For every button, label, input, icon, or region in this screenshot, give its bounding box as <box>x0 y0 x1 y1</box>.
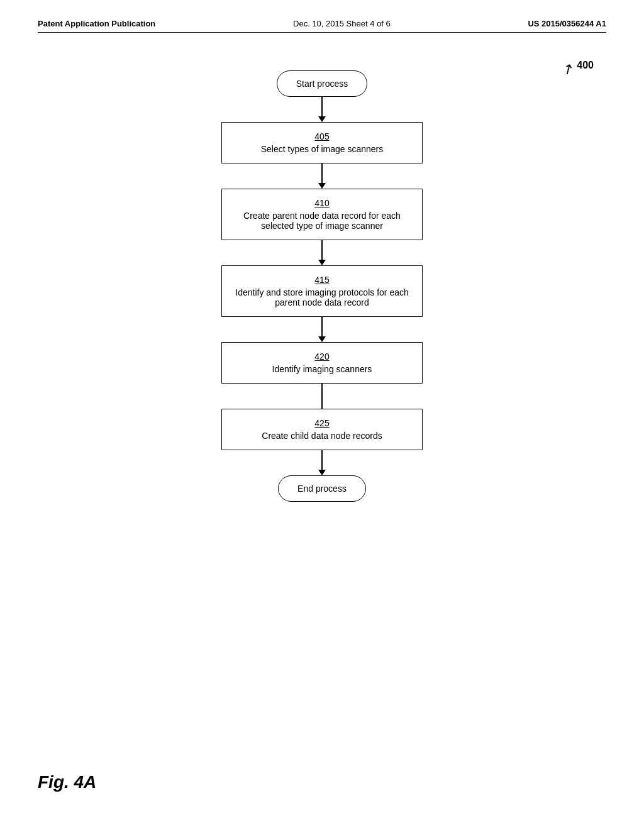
step-415-label: Identify and store imaging protocols for… <box>235 287 409 307</box>
step-420-node: 420 Identify imaging scanners <box>221 342 423 384</box>
end-process-label: End process <box>297 484 347 494</box>
step-415-node: 415 Identify and store imaging protocols… <box>221 265 423 317</box>
step-425-number: 425 <box>235 418 409 428</box>
start-process-label: Start process <box>296 79 348 89</box>
arrow-1 <box>318 97 326 122</box>
step-415-number: 415 <box>235 275 409 285</box>
arrow-head-1 <box>318 116 326 122</box>
arrow-4 <box>318 317 326 342</box>
arrow-line-6 <box>321 450 323 470</box>
arrow-line-5 <box>321 384 323 409</box>
arrow-line-1 <box>321 97 323 116</box>
diagram-number: 400 <box>577 60 594 71</box>
step-410-label: Create parent node data record for each … <box>243 211 401 231</box>
page-header: Patent Application Publication Dec. 10, … <box>38 19 606 33</box>
step-425-node: 425 Create child data node records <box>221 409 423 450</box>
step-405-label: Select types of image scanners <box>261 144 384 154</box>
step-410-node: 410 Create parent node data record for e… <box>221 189 423 240</box>
header-right: US 2015/0356244 A1 <box>528 19 606 28</box>
arrow-5 <box>321 384 323 409</box>
arrow-3 <box>318 240 326 265</box>
page: Patent Application Publication Dec. 10, … <box>0 0 644 830</box>
step-420-label: Identify imaging scanners <box>272 364 372 374</box>
flowchart: Start process 405 Select types of image … <box>38 70 606 502</box>
header-center: Dec. 10, 2015 Sheet 4 of 6 <box>293 19 391 28</box>
arrow-head-4 <box>318 336 326 342</box>
step-405-number: 405 <box>235 131 409 141</box>
arrow-head-2 <box>318 183 326 189</box>
arrow-line-4 <box>321 317 323 336</box>
arrow-head-6 <box>318 470 326 475</box>
arrow-2 <box>318 163 326 189</box>
figure-label: Fig. 4A <box>38 772 96 792</box>
arrow-line-2 <box>321 163 323 183</box>
step-420-number: 420 <box>235 351 409 362</box>
start-process-node: Start process <box>277 70 367 97</box>
end-process-node: End process <box>278 475 366 502</box>
step-410-number: 410 <box>235 198 409 208</box>
arrow-6 <box>318 450 326 475</box>
arrow-line-3 <box>321 240 323 260</box>
header-left: Patent Application Publication <box>38 19 155 28</box>
step-425-label: Create child data node records <box>262 431 382 441</box>
arrow-head-3 <box>318 260 326 265</box>
step-405-node: 405 Select types of image scanners <box>221 122 423 163</box>
